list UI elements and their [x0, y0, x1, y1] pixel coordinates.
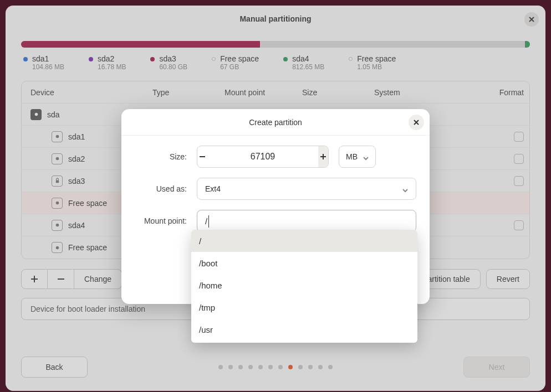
size-unit-select[interactable]: MB: [339, 146, 376, 168]
used-as-value: Ext4: [205, 184, 221, 193]
minus-icon: [198, 153, 206, 161]
dropdown-option[interactable]: /usr: [191, 318, 417, 341]
size-unit-value: MB: [346, 152, 358, 161]
mount-point-row: Mount point: /: [135, 210, 416, 232]
dropdown-option[interactable]: /home: [191, 274, 417, 296]
used-as-select[interactable]: Ext4: [197, 178, 416, 200]
size-input[interactable]: [207, 146, 318, 167]
plus-icon: [319, 153, 327, 161]
mount-point-value: /: [205, 216, 207, 226]
size-increment-button[interactable]: [318, 146, 328, 167]
dropdown-option[interactable]: /tmp: [191, 296, 417, 318]
mount-point-label: Mount point:: [135, 216, 187, 225]
chevron-down-icon: [402, 186, 408, 192]
dialog-close-button[interactable]: [409, 115, 424, 130]
dialog-header: Create partition: [121, 109, 430, 136]
mount-point-input[interactable]: /: [197, 210, 416, 232]
mount-point-dropdown[interactable]: //boot/home/tmp/usr: [191, 230, 417, 343]
close-icon: [413, 119, 420, 126]
text-caret: [208, 215, 209, 228]
used-as-label: Used as:: [135, 184, 187, 193]
dialog-title: Create partition: [249, 118, 302, 127]
size-row: Size: MB: [135, 146, 416, 168]
dropdown-option[interactable]: /boot: [191, 252, 417, 274]
size-stepper: [197, 146, 329, 168]
size-label: Size:: [135, 152, 187, 161]
used-as-row: Used as: Ext4: [135, 178, 416, 200]
chevron-down-icon: [363, 154, 369, 159]
size-decrement-button[interactable]: [197, 146, 207, 167]
dropdown-option[interactable]: /: [191, 230, 417, 252]
